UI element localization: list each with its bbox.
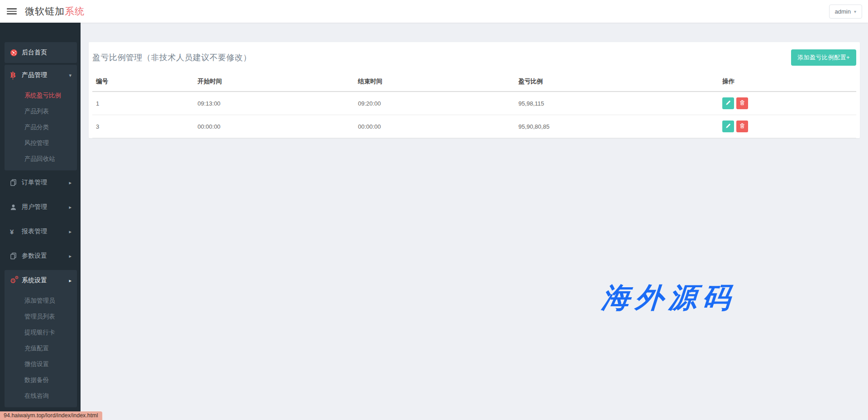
chevron-right-icon: ▸ xyxy=(69,253,72,259)
chevron-right-icon: ▸ xyxy=(69,204,72,210)
gears-icon: ⚙⚙ xyxy=(10,277,22,284)
column-header-end-time: 结束时间 xyxy=(354,72,515,92)
copy-icon xyxy=(10,252,22,260)
sidebar-item-product-recycle[interactable]: 产品回收站 xyxy=(5,151,77,167)
table-header-row: 编号 开始时间 结束时间 盈亏比例 操作 xyxy=(92,72,856,92)
sidebar-item-product-category[interactable]: 产品分类 xyxy=(5,119,77,135)
top-header: 微软链加系统 admin ▾ xyxy=(0,0,868,23)
sidebar-item-label: 后台首页 xyxy=(22,48,72,57)
sidebar-item-order-management[interactable]: 订单管理 ▸ xyxy=(5,172,77,193)
column-header-ratio: 盈亏比例 xyxy=(515,72,719,92)
delete-button[interactable] xyxy=(736,97,748,109)
sidebar-item-label: 产品管理 xyxy=(22,71,67,79)
dashboard-gauge-icon xyxy=(10,49,22,57)
trash-icon xyxy=(739,123,745,130)
add-profit-ratio-button[interactable]: 添加盈亏比例配置+ xyxy=(791,49,856,66)
table-row: 3 00:00:00 00:00:00 95,90,80,85 xyxy=(92,115,856,138)
edit-button[interactable] xyxy=(722,97,734,109)
sidebar-item-label: 报表管理 xyxy=(22,227,67,236)
cell-id: 1 xyxy=(92,92,194,115)
cell-end-time: 00:00:00 xyxy=(354,115,515,138)
profit-ratio-table: 编号 开始时间 结束时间 盈亏比例 操作 1 09:13:00 09:20:00… xyxy=(92,72,856,138)
sidebar-item-admin-list[interactable]: 管理员列表 xyxy=(5,309,77,324)
app-title-dark: 微软链加 xyxy=(25,6,65,16)
admin-user-label: admin xyxy=(835,8,851,15)
system-submenu: 添加管理员 管理员列表 提现银行卡 充值配置 微信设置 数据备份 在线咨询 xyxy=(5,291,77,407)
product-submenu: 系统盈亏比例 产品列表 产品分类 风控管理 产品回收站 xyxy=(5,86,77,170)
sidebar-item-risk-control[interactable]: 风控管理 xyxy=(5,135,77,151)
sidebar-item-dashboard[interactable]: 后台首页 xyxy=(5,42,77,63)
sidebar-item-report-management[interactable]: ¥ 报表管理 ▸ xyxy=(5,221,77,242)
app-title-accent: 系统 xyxy=(65,6,85,16)
chevron-right-icon: ▸ xyxy=(69,229,72,235)
sidebar-item-label: 用户管理 xyxy=(22,203,67,211)
sidebar-item-parameter-settings[interactable]: 参数设置 ▸ xyxy=(5,246,77,266)
pencil-icon xyxy=(725,100,731,107)
sidebar-item-label: 参数设置 xyxy=(22,252,67,260)
link-status-bar: 94.haiwaiym.top/lord/index/index.html xyxy=(0,411,102,420)
edit-button[interactable] xyxy=(722,121,734,132)
sidebar-item-add-admin[interactable]: 添加管理员 xyxy=(5,293,77,309)
chevron-right-icon: ▸ xyxy=(69,180,72,186)
cell-ratio: 95,98,115 xyxy=(515,92,719,115)
chevron-right-icon: ▸ xyxy=(69,278,72,284)
cell-id: 3 xyxy=(92,115,194,138)
column-header-actions: 操作 xyxy=(719,72,856,92)
main-content: 盈亏比例管理（非技术人员建议不要修改） 添加盈亏比例配置+ 编号 开始时间 结束… xyxy=(81,23,868,420)
hamburger-menu-icon[interactable] xyxy=(7,8,17,14)
pencil-icon xyxy=(725,123,731,130)
profit-ratio-card: 盈亏比例管理（非技术人员建议不要修改） 添加盈亏比例配置+ 编号 开始时间 结束… xyxy=(89,42,860,138)
sidebar-item-online-consult[interactable]: 在线咨询 xyxy=(5,388,77,404)
sidebar-item-recharge-config[interactable]: 充值配置 xyxy=(5,340,77,356)
cell-start-time: 09:13:00 xyxy=(194,92,354,115)
sidebar-item-wechat-settings[interactable]: 微信设置 xyxy=(5,356,77,372)
sidebar-item-user-management[interactable]: 用户管理 ▸ xyxy=(5,197,77,217)
copy-icon xyxy=(10,179,22,186)
yen-icon: ¥ xyxy=(10,228,22,236)
admin-user-dropdown[interactable]: admin ▾ xyxy=(829,5,862,19)
sidebar-item-system-settings[interactable]: ⚙⚙ 系统设置 ▸ xyxy=(5,270,77,291)
sidebar-item-withdraw-bankcard[interactable]: 提现银行卡 xyxy=(5,324,77,340)
table-row: 1 09:13:00 09:20:00 95,98,115 xyxy=(92,92,856,115)
page-title: 盈亏比例管理（非技术人员建议不要修改） xyxy=(92,52,252,63)
trash-icon xyxy=(739,100,745,107)
column-header-start-time: 开始时间 xyxy=(194,72,354,92)
cell-end-time: 09:20:00 xyxy=(354,92,515,115)
sidebar-item-product-management[interactable]: B 产品管理 ▾ xyxy=(5,65,77,86)
cell-ratio: 95,90,80,85 xyxy=(515,115,719,138)
cell-start-time: 00:00:00 xyxy=(194,115,354,138)
chevron-down-icon: ▾ xyxy=(854,9,856,14)
sidebar-item-label: 订单管理 xyxy=(22,179,67,187)
user-icon xyxy=(10,204,22,211)
sidebar-item-system-profit-ratio[interactable]: 系统盈亏比例 xyxy=(5,87,77,103)
chevron-down-icon: ▾ xyxy=(69,72,72,78)
column-header-id: 编号 xyxy=(92,72,194,92)
app-title: 微软链加系统 xyxy=(25,5,85,18)
delete-button[interactable] xyxy=(736,121,748,132)
sidebar: 后台首页 B 产品管理 ▾ 系统盈亏比例 产品列表 产品分类 风控管理 产品回收… xyxy=(0,23,81,420)
bitcoin-icon: B xyxy=(10,72,22,79)
sidebar-item-product-list[interactable]: 产品列表 xyxy=(5,103,77,119)
sidebar-item-data-backup[interactable]: 数据备份 xyxy=(5,372,77,388)
sidebar-item-label: 系统设置 xyxy=(22,276,67,285)
